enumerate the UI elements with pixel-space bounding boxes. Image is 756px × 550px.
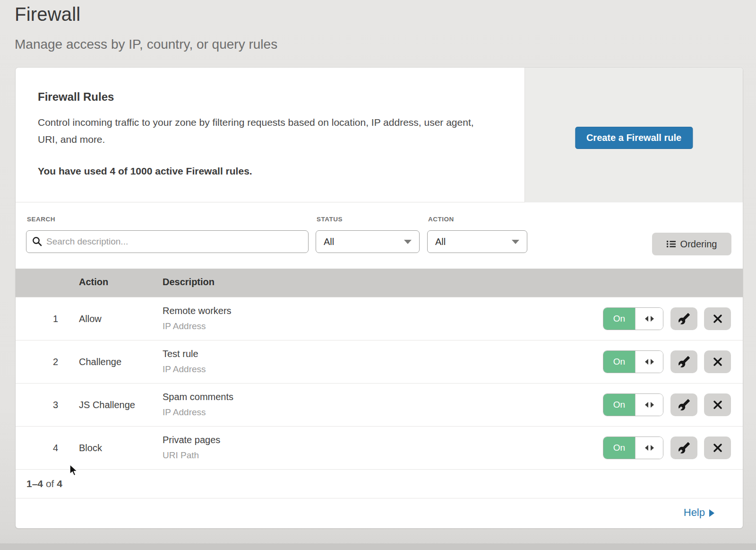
table-row: 4 Block Private pages URI Path On <box>16 426 743 469</box>
create-rule-panel: Create a Firewall rule <box>524 68 743 202</box>
caret-right-icon <box>709 509 714 517</box>
overview-section: Firewall Rules Control incoming traffic … <box>16 68 743 202</box>
page-subtitle: Manage access by IP, country, or query r… <box>15 37 277 52</box>
help-link-label: Help <box>684 506 705 519</box>
status-label: STATUS <box>317 216 343 223</box>
usage-summary: You have used 4 of 1000 active Firewall … <box>38 166 252 177</box>
delete-rule-button[interactable] <box>704 393 731 416</box>
ordering-button[interactable]: Ordering <box>652 233 731 255</box>
rule-action: Block <box>79 443 102 454</box>
rule-field: IP Address <box>163 407 206 418</box>
create-firewall-rule-button[interactable]: Create a Firewall rule <box>575 127 693 149</box>
rule-enabled-toggle[interactable]: On <box>603 393 663 416</box>
filters-bar: SEARCH STATUS All ACTION All Ordering <box>16 203 743 269</box>
rule-description: Test rule <box>163 349 198 359</box>
rule-description: Private pages <box>163 435 220 445</box>
pagination-of: of <box>46 478 54 489</box>
card-heading: Firewall Rules <box>38 90 114 104</box>
close-icon <box>712 313 723 324</box>
rule-action: JS Challenge <box>79 400 135 410</box>
delete-rule-button[interactable] <box>704 307 731 330</box>
ordering-button-label: Ordering <box>680 239 717 250</box>
pagination-text: 1–4 of 4 <box>26 478 62 489</box>
toggle-arrows-icon[interactable] <box>635 394 663 416</box>
toggle-on-segment[interactable]: On <box>603 308 635 330</box>
column-header-action: Action <box>79 277 108 288</box>
table-row: 1 Allow Remote workers IP Address On <box>16 297 743 340</box>
rule-description: Remote workers <box>163 306 232 316</box>
rule-number: 4 <box>16 443 58 454</box>
toggle-arrows-icon[interactable] <box>635 308 663 330</box>
window-bottom-edge <box>0 543 756 550</box>
toggle-on-segment[interactable]: On <box>603 437 635 459</box>
toggle-arrows-icon[interactable] <box>635 351 663 373</box>
column-header-description: Description <box>163 277 215 288</box>
page-title: Firewall <box>15 4 80 25</box>
chevron-down-icon <box>512 240 519 244</box>
toggle-on-segment[interactable]: On <box>603 351 635 373</box>
close-icon <box>712 356 723 367</box>
delete-rule-button[interactable] <box>704 350 731 373</box>
pagination-row: 1–4 of 4 <box>16 469 743 498</box>
status-select[interactable]: All <box>316 230 420 253</box>
search-field-wrap <box>26 230 309 253</box>
action-label: ACTION <box>428 216 454 223</box>
close-icon <box>712 399 723 410</box>
action-select-value: All <box>435 236 446 247</box>
search-label: SEARCH <box>27 216 55 223</box>
help-row: Help <box>16 498 743 528</box>
status-select-value: All <box>324 236 334 247</box>
rule-number: 2 <box>16 357 58 367</box>
edit-rule-button[interactable] <box>670 437 697 459</box>
firewall-rules-card: Firewall Rules Control incoming traffic … <box>16 68 743 528</box>
rule-action: Allow <box>79 314 102 324</box>
search-input[interactable] <box>26 230 309 253</box>
rule-description: Spam comments <box>163 392 233 402</box>
rule-enabled-toggle[interactable]: On <box>603 437 663 459</box>
wrench-icon <box>678 399 690 411</box>
rule-enabled-toggle[interactable]: On <box>603 307 663 330</box>
rule-field: IP Address <box>163 364 206 375</box>
delete-rule-button[interactable] <box>704 437 731 459</box>
table-row: 2 Challenge Test rule IP Address On <box>16 340 743 383</box>
action-select[interactable]: All <box>427 230 527 253</box>
table-header: Action Description <box>16 269 743 297</box>
rule-number: 3 <box>16 400 58 410</box>
wrench-icon <box>678 442 690 454</box>
edit-rule-button[interactable] <box>670 350 697 373</box>
edit-rule-button[interactable] <box>670 393 697 416</box>
toggle-on-segment[interactable]: On <box>603 394 635 416</box>
card-description: Control incoming traffic to your zone by… <box>38 114 487 148</box>
toggle-arrows-icon[interactable] <box>635 437 663 459</box>
wrench-icon <box>678 356 690 368</box>
ordering-list-icon <box>667 240 676 248</box>
rule-field: IP Address <box>163 321 206 332</box>
table-row: 3 JS Challenge Spam comments IP Address … <box>16 383 743 426</box>
help-link[interactable]: Help <box>684 506 714 519</box>
edit-rule-button[interactable] <box>670 307 697 330</box>
pagination-range: 1–4 <box>26 478 43 489</box>
rule-number: 1 <box>16 314 58 324</box>
pagination-total: 4 <box>57 478 62 489</box>
close-icon <box>712 442 723 454</box>
rule-field: URI Path <box>163 450 199 461</box>
chevron-down-icon <box>404 240 412 244</box>
rule-action: Challenge <box>79 357 121 367</box>
wrench-icon <box>678 313 690 325</box>
rule-enabled-toggle[interactable]: On <box>603 350 663 373</box>
